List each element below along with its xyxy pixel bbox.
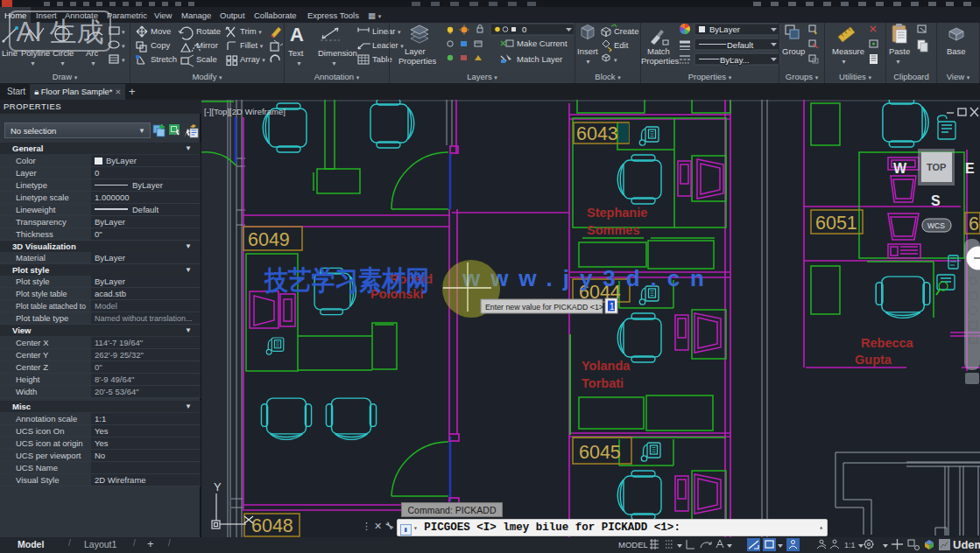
svg-text:Gupta: Gupta xyxy=(855,353,892,367)
svg-text:6049: 6049 xyxy=(248,229,290,250)
svg-text:6: 6 xyxy=(969,214,979,234)
svg-text:1: 1 xyxy=(610,302,615,312)
svg-text:E: E xyxy=(965,161,975,176)
svg-text:Stephanie: Stephanie xyxy=(587,206,647,220)
svg-text:Sommes: Sommes xyxy=(587,223,639,237)
svg-text:S: S xyxy=(931,193,941,208)
svg-text:Udemy: Udemy xyxy=(953,538,980,551)
svg-text:技艺学习素材网: 技艺学习素材网 xyxy=(264,265,429,296)
svg-text:TOP: TOP xyxy=(927,162,946,172)
svg-text:WCS: WCS xyxy=(927,221,945,230)
svg-text:6051: 6051 xyxy=(815,213,857,234)
svg-text:[-][Top][2D Wireframe]: [-][Top][2D Wireframe] xyxy=(204,107,286,116)
svg-text:Yolanda: Yolanda xyxy=(582,359,631,373)
svg-text:Rebecca: Rebecca xyxy=(861,336,914,350)
svg-text:1:1: 1:1 xyxy=(844,541,856,550)
svg-text:Torbati: Torbati xyxy=(582,376,624,390)
svg-text:6048: 6048 xyxy=(251,515,293,536)
svg-text:6045: 6045 xyxy=(579,442,621,463)
svg-text:6043: 6043 xyxy=(576,123,618,144)
svg-text:Y: Y xyxy=(214,480,222,494)
svg-text:Enter new value for PICKADD <1: Enter new value for PICKADD <1> xyxy=(485,303,603,312)
svg-text:W: W xyxy=(893,161,907,176)
